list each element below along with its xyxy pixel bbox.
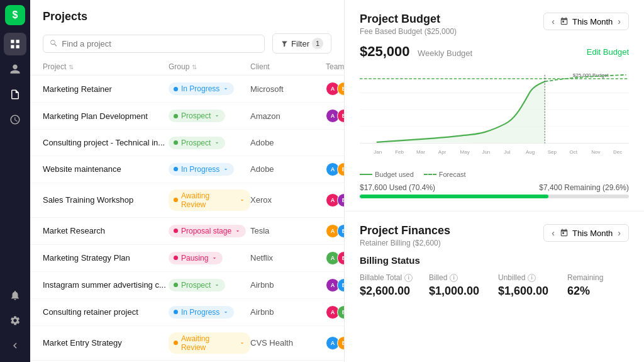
status-badge[interactable]: Proposal stage [169, 225, 246, 237]
table-row[interactable]: Marketing Plan Development Prospect Amaz… [30, 103, 344, 130]
status-badge[interactable]: In Progress [169, 82, 234, 95]
legend-budget-used: Budget used [360, 171, 414, 178]
table-row[interactable]: Instagram summer advertising c... Prospe… [30, 272, 344, 299]
finances-subtitle: Retainer Billing ($2,600) [360, 239, 450, 247]
status-badge[interactable]: In Progress [169, 306, 234, 319]
svg-rect-2 [11, 45, 14, 48]
filter-count: 1 [312, 38, 323, 49]
status-dot [174, 341, 178, 345]
table-row[interactable]: Consulting project - Technical in... Pro… [30, 130, 344, 156]
finances-next-month[interactable]: › [616, 228, 622, 238]
svg-text:Jan: Jan [374, 149, 382, 155]
status-dot [174, 114, 178, 118]
sidebar-item-user[interactable] [4, 58, 26, 81]
avatar: B [337, 305, 344, 319]
project-status[interactable]: Awaiting Review [169, 332, 250, 354]
avatar: B [337, 162, 344, 176]
project-name: Sales Training Workshop [43, 195, 169, 205]
status-dot [174, 229, 178, 233]
status-badge[interactable]: Pausing [169, 252, 223, 264]
table-row[interactable]: Consulting retainer project In Progress … [30, 299, 344, 326]
budget-prev-month[interactable]: ‹ [550, 16, 556, 26]
client-name: Xerox [250, 195, 326, 205]
filter-button[interactable]: Filter 1 [272, 33, 331, 54]
table-row[interactable]: Sales Training Workshop Awaiting Review … [30, 183, 344, 218]
billing-item: Unbilled i $1,600.00 [498, 273, 560, 298]
project-status[interactable]: Pausing [169, 251, 250, 264]
table-row[interactable]: Marketing Strategy Plan Pausing Netflix … [30, 245, 344, 272]
info-icon: i [404, 274, 413, 282]
project-status[interactable]: Prospect [169, 136, 250, 149]
finances-month-nav[interactable]: ‹ This Month › [543, 224, 629, 242]
table-row[interactable]: Market Research Proposal stage Tesla ABC [30, 218, 344, 245]
search-icon [50, 39, 58, 48]
billing-label: Billed i [429, 273, 491, 282]
table-row[interactable]: Marketing Retainer In Progress Microsoft… [30, 76, 344, 103]
sidebar-item-back[interactable] [4, 334, 26, 357]
project-status[interactable]: Awaiting Review [169, 189, 250, 211]
project-status[interactable]: In Progress [169, 305, 250, 319]
status-dot [174, 198, 178, 202]
project-status[interactable]: Prospect [169, 110, 250, 123]
table-row[interactable]: Market Entry Strategy Awaiting Review CV… [30, 326, 344, 361]
chevron-down-icon [223, 166, 229, 173]
progress-labels: $17,600 Used (70.4%) $7,400 Remaining (2… [360, 183, 629, 192]
info-icon: i [450, 274, 458, 282]
budget-remaining-label: $7,400 Remaining (29.6%) [539, 183, 629, 192]
sidebar-item-docs[interactable] [4, 83, 26, 106]
chevron-down-icon [214, 140, 220, 146]
chart-svg: $25,000 Budget Jan Feb Mar Apr May J [360, 65, 629, 166]
projects-panel: Projects Filter 1 Project ⇅ Group ⇅ Clie… [30, 0, 345, 362]
avatar: B [337, 278, 344, 292]
edit-budget-link[interactable]: Edit Budget [587, 47, 629, 57]
finances-header: Project Finances Retainer Billing ($2,60… [360, 224, 629, 247]
finances-prev-month[interactable]: ‹ [550, 228, 556, 238]
sidebar-item-notifications[interactable] [4, 284, 26, 307]
chevron-down-icon [235, 228, 241, 234]
budget-month-nav[interactable]: ‹ This Month › [543, 13, 629, 30]
svg-text:$25,000 Budget: $25,000 Budget [573, 72, 609, 78]
svg-text:Feb: Feb [395, 149, 404, 155]
project-status[interactable]: In Progress [169, 162, 250, 176]
finances-month-label: This Month [572, 229, 613, 238]
sidebar-item-grid[interactable] [4, 33, 26, 55]
project-name: Marketing Retainer [43, 84, 169, 94]
chevron-down-icon [239, 197, 245, 203]
client-name: Amazon [250, 111, 326, 121]
col-group[interactable]: Group ⇅ [169, 62, 250, 71]
status-badge[interactable]: Prospect [169, 279, 225, 291]
budget-next-month[interactable]: › [616, 16, 622, 26]
status-badge[interactable]: In Progress [169, 163, 234, 176]
team-avatars: ABC [326, 162, 344, 176]
budget-title: Project Budget [360, 13, 457, 26]
svg-text:Aug: Aug [526, 149, 535, 155]
status-badge[interactable]: Prospect [169, 137, 225, 149]
table-header: Project ⇅ Group ⇅ Client Team [30, 59, 344, 76]
project-status[interactable]: Prospect [169, 278, 250, 291]
project-status[interactable]: Proposal stage [169, 224, 250, 237]
app-logo: $ [5, 5, 25, 25]
budget-used-label: $17,600 Used (70.4%) [360, 183, 435, 192]
col-client: Client [250, 62, 326, 71]
col-project[interactable]: Project ⇅ [43, 62, 169, 71]
status-badge[interactable]: Awaiting Review [169, 332, 250, 354]
team-avatars: AB [326, 109, 344, 123]
status-badge[interactable]: Awaiting Review [169, 189, 250, 211]
chevron-down-icon [223, 86, 229, 92]
chevron-down-icon [214, 282, 220, 288]
search-box[interactable] [43, 35, 265, 53]
status-badge[interactable]: Prospect [169, 110, 225, 122]
project-name: Marketing Strategy Plan [43, 253, 169, 263]
svg-text:Sep: Sep [548, 149, 557, 155]
status-dot [174, 256, 178, 260]
chevron-down-icon [223, 309, 229, 315]
project-status[interactable]: In Progress [169, 82, 250, 96]
sidebar-item-settings[interactable] [4, 309, 26, 332]
table-row[interactable]: Website maintenance In Progress Adobe AB… [30, 156, 344, 183]
sort-icon-project: ⇅ [69, 64, 74, 71]
progress-bar [360, 195, 629, 198]
client-name: Adobe [250, 138, 326, 147]
sidebar-item-clock[interactable] [4, 108, 26, 131]
team-avatars: AB [326, 251, 344, 265]
search-input[interactable] [62, 39, 258, 48]
